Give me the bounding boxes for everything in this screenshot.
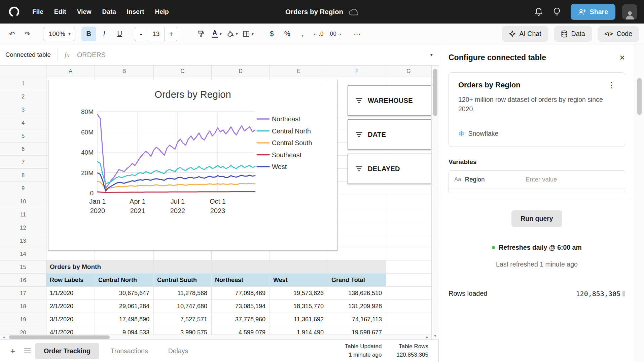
vertical-scrollbar[interactable]: ▾ [431,66,439,339]
sheet-tab-transactions[interactable]: Transactions [102,343,157,359]
cell-C15[interactable] [154,260,212,274]
column-header-B[interactable]: B [95,66,154,77]
run-query-button[interactable]: Run query [511,210,562,227]
cell-C17[interactable]: 11,278,568 [154,287,212,300]
app-logo-icon[interactable] [8,6,20,18]
menu-item-insert[interactable]: Insert [121,5,150,19]
cell-A16[interactable]: Row Labels [46,274,95,287]
cell-B18[interactable]: 29,061,284 [95,300,154,313]
filter-control-warehouse[interactable]: WAREHOUSE [348,85,431,116]
column-header-G[interactable]: G [386,66,431,77]
cell-A18[interactable]: 2/1/2020 [46,300,95,313]
row-header-15[interactable]: 15 [0,260,46,274]
cell-D17[interactable]: 77,098,469 [212,287,270,300]
cell-F17[interactable]: 138,626,510 [328,287,386,300]
orders-by-region-chart[interactable]: Orders by Region 020M40M60M80MJan 12020A… [48,80,337,251]
filter-control-date[interactable]: DATE [348,119,431,150]
percent-format-button[interactable]: % [280,27,295,41]
row-header-11[interactable]: 11 [0,208,46,221]
cell-E16[interactable]: West [270,274,328,287]
sheet-list-menu-button[interactable] [20,344,35,358]
zoom-dropdown[interactable]: 100% ▾ [43,27,75,41]
cell-A19[interactable]: 3/1/2020 [46,313,95,326]
cell-F15[interactable] [328,260,386,274]
panel-scrollbar-thumb[interactable] [637,78,642,115]
more-options-button[interactable]: ⋯ [350,27,364,41]
row-header-16[interactable]: 16 [0,274,46,287]
menu-item-edit[interactable]: Edit [49,5,72,19]
kebab-menu-icon[interactable]: ⋮ [608,81,615,89]
notifications-bell-icon[interactable] [531,4,546,19]
cell-D16[interactable]: Northeast [212,274,270,287]
cell-E18[interactable]: 18,315,770 [270,300,328,313]
row-header-14[interactable]: 14 [0,247,46,260]
formula-bar-expand-chevron-icon[interactable]: ▾ [430,52,433,58]
vertical-scrollbar-thumb[interactable] [433,69,437,116]
row-header-12[interactable]: 12 [0,221,46,234]
redo-button[interactable]: ↷ [20,27,35,41]
fill-color-button[interactable]: ▾ [225,27,240,41]
cell-B17[interactable]: 30,675,647 [95,287,154,300]
filter-control-delayed[interactable]: DELAYED [348,154,431,184]
cell-G10[interactable] [386,195,431,208]
scroll-left-arrow-icon[interactable]: ◂ [0,334,8,339]
cell-E15[interactable] [270,260,328,274]
column-header-D[interactable]: D [212,66,270,77]
cell-B15[interactable] [95,260,154,274]
cell-C19[interactable]: 7,527,571 [154,313,212,326]
ai-chat-button[interactable]: AI Chat [502,26,548,42]
row-header-10[interactable]: 10 [0,195,46,208]
menu-item-view[interactable]: View [72,5,97,19]
paint-format-button[interactable] [194,27,209,41]
row-header-4[interactable]: 4 [0,116,46,129]
row-header-9[interactable]: 9 [0,182,46,195]
cell-F16[interactable]: Grand Total [328,274,386,287]
cell-G13[interactable] [386,234,431,247]
row-header-8[interactable]: 8 [0,169,46,182]
panel-scrollbar[interactable] [635,44,644,362]
font-size-value[interactable]: 13 [148,27,165,41]
cell-G18[interactable] [386,300,431,313]
variable-value-input[interactable] [520,171,625,189]
add-sheet-button[interactable]: + [5,344,20,358]
undo-button[interactable]: ↶ [5,27,20,41]
sheet-tab-delays[interactable]: Delays [159,343,197,359]
row-header-6[interactable]: 6 [0,143,46,156]
cell-D18[interactable]: 73,085,194 [212,300,270,313]
menu-item-data[interactable]: Data [97,5,121,19]
bold-button[interactable]: B [81,27,96,41]
formula-bar-value[interactable]: ORDERS [77,51,106,59]
cell-G14[interactable] [386,247,431,260]
horizontal-scrollbar-thumb[interactable] [9,335,110,339]
row-header-17[interactable]: 17 [0,287,46,300]
sheet-tab-order-tracking[interactable]: Order Tracking [35,343,99,359]
cell-G16[interactable] [386,274,431,287]
select-all-corner[interactable] [0,66,46,77]
column-header-F[interactable]: F [328,66,386,77]
row-header-2[interactable]: 2 [0,90,46,103]
italic-button[interactable]: I [97,27,112,41]
currency-format-button[interactable]: $ [264,27,279,41]
borders-button[interactable]: ▾ [241,27,256,41]
variable-name-cell[interactable]: Aa Region [449,171,520,189]
menu-item-file[interactable]: File [27,5,49,19]
row-header-1[interactable]: 1 [0,77,46,90]
cell-D15[interactable] [212,260,270,274]
code-button[interactable]: </> Code [598,26,639,42]
cell-E17[interactable]: 19,573,826 [270,287,328,300]
cell-B19[interactable]: 17,498,890 [95,313,154,326]
lightbulb-icon[interactable] [549,4,565,19]
column-header-A[interactable]: A [46,66,95,77]
row-header-5[interactable]: 5 [0,129,46,143]
cell-C16[interactable]: Central South [154,274,212,287]
row-header-3[interactable]: 3 [0,103,46,116]
decrease-font-size-button[interactable]: - [134,27,148,41]
cell-A15[interactable]: Orders by Month [46,260,95,274]
cell-C18[interactable]: 10,747,680 [154,300,212,313]
cell-G17[interactable] [386,287,431,300]
horizontal-scrollbar[interactable]: ◂ ▸ [0,334,431,339]
decrease-decimal-button[interactable]: ←.0 [311,27,326,41]
increase-decimal-button[interactable]: .00→ [326,27,344,41]
row-header-19[interactable]: 19 [0,313,46,326]
cell-G19[interactable] [386,313,431,326]
